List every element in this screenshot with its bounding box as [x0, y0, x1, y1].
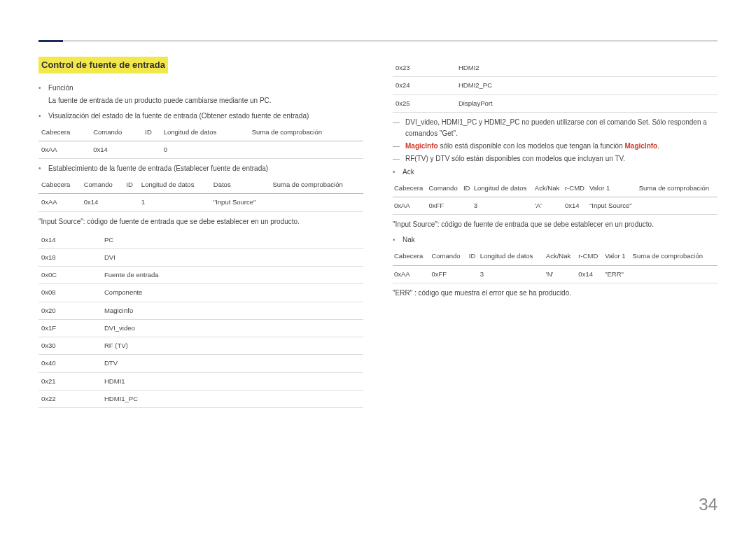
col-longitud: Longitud de datos — [161, 124, 249, 141]
source-row: 0x22HDMI1_PC — [38, 390, 363, 407]
source-row: 0x1FDVI_video — [38, 319, 363, 337]
source-row: 0x18DVI — [38, 248, 363, 266]
source-row: 0x20MagicInfo — [38, 302, 363, 319]
col: r-CMD — [577, 248, 603, 265]
source-row: 0x25DisplayPort — [393, 94, 718, 112]
bullet-icon: • — [38, 111, 43, 121]
source-name: Fuente de entrada — [102, 267, 363, 284]
col-comando: Comando — [90, 124, 142, 141]
source-row: 0x40DTV — [38, 355, 363, 372]
source-name: DTV — [102, 355, 363, 372]
cell — [638, 197, 718, 215]
source-name: HDMI2 — [456, 59, 718, 77]
text: sólo está disponible con los modelos que… — [438, 142, 625, 150]
cell: "Input Source" — [211, 194, 270, 211]
two-column-layout: Control de fuente de entrada • Función L… — [38, 57, 718, 412]
source-name: Componente — [102, 284, 363, 302]
cell: 0xAA — [393, 265, 430, 283]
col: Comando — [427, 180, 461, 197]
page-number: 34 — [699, 492, 718, 517]
source-code: 0x23 — [393, 59, 456, 77]
col: Ack/Nak — [545, 248, 578, 265]
cell: 0 — [161, 141, 249, 158]
cell — [631, 265, 718, 283]
cell: 0x14 — [564, 197, 588, 215]
source-name: HDMI2_PC — [456, 77, 718, 94]
set-label: Establecimiento de la fuente de entrada … — [48, 163, 268, 174]
dash-icon: ― — [393, 153, 401, 164]
source-code: 0x20 — [38, 302, 102, 319]
col: Suma de comprobación — [631, 248, 718, 265]
cell: 3 — [472, 197, 533, 215]
source-code: 0x0C — [38, 267, 102, 284]
text: . — [657, 142, 659, 150]
cell — [468, 265, 479, 283]
ack-label: Ack — [402, 167, 414, 177]
ack-table: Cabecera Comando ID Longitud de datos Ac… — [393, 180, 718, 216]
col: Ack/Nak — [533, 180, 564, 197]
brand-magicinfo: MagicInfo — [405, 142, 438, 150]
col: Suma de comprobación — [638, 180, 718, 197]
note-magicinfo: ― MagicInfo sólo está disponible con los… — [393, 141, 718, 152]
bullet-icon: • — [38, 83, 43, 93]
ack-bullet: • Ack — [393, 167, 718, 177]
col-cabecera: Cabecera — [38, 176, 81, 194]
cell: "Input Source" — [588, 197, 638, 215]
source-row: 0x08Componente — [38, 284, 363, 302]
dash-icon: ― — [393, 117, 401, 139]
source-code: 0x40 — [38, 355, 102, 372]
col-id: ID — [123, 176, 139, 194]
funcion-desc: La fuente de entrada de un producto pued… — [48, 95, 363, 106]
note-rftv: ― RF(TV) y DTV sólo están disponibles co… — [393, 153, 718, 164]
source-code: 0x21 — [38, 372, 102, 390]
col: Cabecera — [393, 248, 430, 265]
nak-bullet: • Nak — [393, 234, 718, 245]
col: Cabecera — [393, 180, 427, 197]
col: ID — [468, 248, 479, 265]
cell — [123, 194, 139, 211]
funcion-bullet: • Función — [38, 83, 363, 93]
source-name: DVI — [102, 248, 363, 266]
cell: 0xFF — [427, 197, 461, 215]
funcion-label: Función — [48, 83, 74, 93]
col-suma: Suma de comprobación — [249, 124, 363, 141]
view-bullet: • Visualización del estado de la fuente … — [38, 111, 363, 121]
cell — [270, 194, 363, 211]
source-row: 0x30RF (TV) — [38, 337, 363, 355]
source-codes-table-cont: 0x23HDMI20x24HDMI2_PC0x25DisplayPort — [393, 59, 718, 113]
source-name: HDMI1_PC — [102, 390, 363, 407]
col-longitud: Longitud de datos — [139, 176, 211, 194]
col-cabecera: Cabecera — [38, 124, 90, 141]
source-codes-table: 0x14PC0x18DVI0x0CFuente de entrada0x08Co… — [38, 232, 363, 409]
col: ID — [462, 180, 472, 197]
cell: 0x14 — [90, 141, 142, 158]
cell — [462, 197, 472, 215]
cell — [142, 141, 160, 158]
source-code: 0x22 — [38, 390, 102, 407]
note-magicinfo-text: MagicInfo sólo está disponible con los m… — [405, 141, 659, 152]
cell: 0xAA — [393, 197, 427, 215]
bullet-icon: • — [393, 234, 397, 245]
cell: "ERR" — [603, 265, 631, 283]
source-code: 0x25 — [393, 94, 456, 112]
view-label: Visualización del estado de la fuente de… — [48, 111, 309, 121]
col: Longitud de datos — [479, 248, 545, 265]
source-code: 0x30 — [38, 337, 102, 355]
nak-table: Cabecera Comando ID Longitud de datos Ac… — [393, 248, 718, 283]
note-dvi: ― DVI_video, HDMI1_PC y HDMI2_PC no pued… — [393, 117, 718, 139]
input-source-note: "Input Source": código de fuente de entr… — [38, 216, 363, 227]
cell: 0xAA — [38, 194, 81, 211]
source-code: 0x08 — [38, 284, 102, 302]
cell: 0xFF — [430, 265, 467, 283]
col-suma: Suma de comprobación — [270, 176, 363, 194]
err-note: "ERR" : código que muestra el error que … — [393, 288, 718, 299]
col-datos: Datos — [211, 176, 270, 194]
source-row: 0x14PC — [38, 232, 363, 249]
brand-magicinfo: MagicInfo — [625, 142, 658, 150]
nak-label: Nak — [402, 234, 415, 245]
col: Longitud de datos — [472, 180, 533, 197]
ack-note: "Input Source": código de fuente de entr… — [393, 219, 718, 230]
section-title: Control de fuente de entrada — [38, 57, 168, 73]
set-bullet: • Establecimiento de la fuente de entrad… — [38, 163, 363, 174]
source-name: RF (TV) — [102, 337, 363, 355]
